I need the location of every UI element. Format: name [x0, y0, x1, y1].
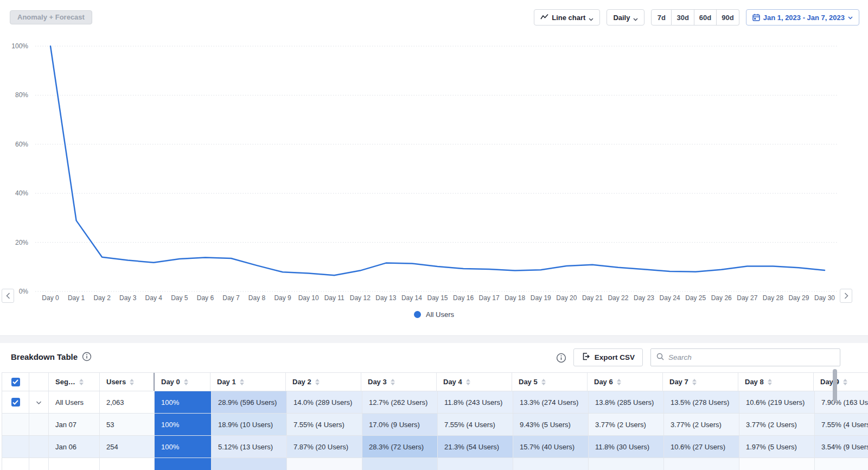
range-preset-60d[interactable]: 60d [694, 9, 717, 26]
anomaly-forecast-button[interactable]: Anomaly + Forecast [10, 10, 92, 24]
chevron-down-icon[interactable] [36, 398, 42, 407]
retention-cell[interactable]: 13.8% (285 Users) [589, 391, 664, 413]
table-row[interactable]: All Users2,063100%28.9% (596 Users)14.0%… [2, 391, 868, 414]
retention-cell[interactable]: 10.6% (27 Users) [664, 436, 739, 458]
select-all-checkbox[interactable] [11, 378, 20, 386]
retention-cell[interactable]: 7.55% (4 Users) [815, 414, 868, 435]
retention-cell[interactable]: 11.8% (30 Users) [589, 436, 664, 458]
retention-cell[interactable]: 17.0% (9 Users) [362, 414, 438, 435]
day-column-header[interactable]: Day 2 [286, 373, 361, 391]
retention-cell[interactable]: 100% [155, 414, 212, 435]
retention-cell[interactable]: 11.8% (243 Users) [438, 391, 513, 413]
retention-cell[interactable]: 3.77% (2 Users) [589, 414, 664, 435]
date-range-picker[interactable]: Jan 1, 2023 - Jan 7, 2023 [746, 9, 859, 26]
svg-text:Day 12: Day 12 [350, 294, 371, 302]
svg-text:Day 10: Day 10 [298, 294, 319, 302]
search-input[interactable] [668, 353, 834, 361]
section-divider [0, 335, 868, 343]
legend-series-label: All Users [426, 310, 454, 319]
retention-cell[interactable]: 28.3% (72 Users) [362, 436, 438, 458]
export-csv-button[interactable]: Export CSV [573, 348, 643, 366]
retention-cell[interactable]: 10.6% (219 Users) [739, 391, 815, 413]
retention-cell[interactable]: 1.97% (5 Users) [739, 436, 815, 458]
retention-cell[interactable] [815, 458, 868, 470]
retention-cell[interactable]: 18.9% (10 Users) [212, 414, 287, 435]
retention-cell[interactable]: 100% [155, 436, 212, 458]
sort-icon[interactable] [240, 379, 244, 385]
retention-cell[interactable] [589, 458, 664, 470]
svg-text:Day 8: Day 8 [248, 294, 266, 302]
users-column-header[interactable]: Users [100, 373, 155, 391]
retention-cell[interactable]: 7.87% (20 Users) [287, 436, 362, 458]
retention-cell[interactable] [287, 458, 362, 470]
sort-icon[interactable] [843, 379, 847, 385]
sort-icon[interactable] [617, 379, 621, 385]
retention-cell[interactable]: 28.9% (596 Users) [212, 391, 287, 413]
retention-cell[interactable] [438, 458, 513, 470]
retention-cell[interactable]: 3.54% (9 Users) [815, 436, 868, 458]
retention-cell[interactable]: 7.55% (4 Users) [287, 414, 362, 435]
sort-icon[interactable] [541, 379, 546, 385]
chart-legend[interactable]: All Users [0, 310, 868, 319]
retention-cell[interactable]: 3.77% (2 Users) [664, 414, 739, 435]
svg-text:Day 13: Day 13 [375, 294, 396, 302]
retention-cell[interactable]: 14.0% (289 Users) [287, 391, 362, 413]
sort-icon[interactable] [130, 379, 134, 385]
retention-cell[interactable] [513, 458, 589, 470]
day-column-header[interactable]: Day 1 [210, 373, 286, 391]
day-column-header[interactable]: Day 0 [154, 373, 210, 391]
sort-icon[interactable] [391, 379, 395, 385]
range-preset-90d[interactable]: 90d [717, 9, 739, 26]
retention-cell[interactable] [739, 458, 815, 470]
retention-line-chart[interactable]: 0%20%40%60%80%100%Day 0Day 1Day 2Day 3Da… [0, 38, 868, 309]
table-scrollbar[interactable] [833, 369, 837, 402]
range-preset-7d[interactable]: 7d [651, 9, 672, 26]
day-column-header[interactable]: Day 5 [512, 373, 588, 391]
retention-cell[interactable] [155, 458, 212, 470]
select-all-cell [2, 373, 29, 391]
day-header-label: Day 2 [292, 378, 311, 386]
day-column-header[interactable]: Day 7 [663, 373, 738, 391]
range-preset-30d[interactable]: 30d [672, 9, 694, 26]
segment-column-header[interactable]: Seg… [49, 373, 100, 391]
granularity-dropdown[interactable]: Daily [607, 9, 644, 26]
sort-icon[interactable] [315, 379, 320, 385]
table-row-partial[interactable] [2, 458, 868, 470]
sort-icon[interactable] [79, 379, 84, 385]
retention-cell[interactable]: 12.7% (262 Users) [362, 391, 438, 413]
sort-icon[interactable] [184, 379, 188, 385]
retention-cell[interactable]: 5.12% (13 Users) [212, 436, 287, 458]
info-icon[interactable] [82, 352, 92, 361]
sort-icon[interactable] [692, 379, 697, 385]
day-column-header[interactable]: Day 4 [437, 373, 512, 391]
retention-cell[interactable] [362, 458, 438, 470]
day-column-header[interactable]: Day 8 [738, 373, 814, 391]
chart-scroll-left-button[interactable] [2, 289, 14, 303]
retention-cell[interactable]: 7.55% (4 Users) [438, 414, 513, 435]
sort-icon[interactable] [466, 379, 470, 385]
retention-cell[interactable]: 13.3% (274 Users) [513, 391, 589, 413]
retention-cell[interactable]: 3.77% (2 Users) [739, 414, 815, 435]
chart-scroll-right-button[interactable] [840, 289, 852, 303]
retention-cell[interactable] [212, 458, 287, 470]
chart-type-dropdown[interactable]: Line chart [534, 9, 600, 26]
sort-icon[interactable] [768, 379, 772, 385]
table-row[interactable]: Jan 06254100%5.12% (13 Users)7.87% (20 U… [2, 436, 868, 458]
retention-cell[interactable]: 7.90% (163 Users) [815, 391, 868, 413]
retention-cell[interactable]: 21.3% (54 Users) [438, 436, 513, 458]
info-icon[interactable] [556, 353, 566, 363]
day-column-header[interactable]: Day 6 [588, 373, 663, 391]
retention-cell[interactable] [664, 458, 739, 470]
retention-cell[interactable]: 15.7% (40 Users) [513, 436, 589, 458]
retention-cell[interactable]: 13.5% (278 Users) [664, 391, 739, 413]
day-column-header[interactable]: Day 9 [814, 373, 868, 391]
retention-cell[interactable]: 9.43% (5 Users) [513, 414, 589, 435]
retention-cell[interactable]: 100% [155, 391, 212, 413]
day-column-header[interactable]: Day 3 [361, 373, 437, 391]
table-row[interactable]: Jan 0753100%18.9% (10 Users)7.55% (4 Use… [2, 414, 868, 436]
row-checkbox[interactable] [11, 398, 20, 407]
day-header-label: Day 0 [161, 378, 180, 386]
users-cell [100, 458, 155, 470]
row-expander-cell [29, 436, 49, 458]
chevron-down-icon [633, 15, 638, 20]
